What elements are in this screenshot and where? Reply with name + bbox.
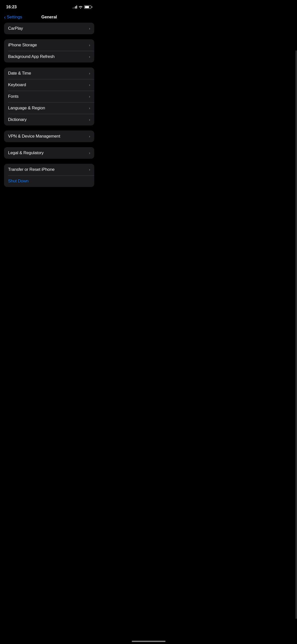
language-region-chevron-icon: › xyxy=(89,106,90,110)
keyboard-chevron-icon: › xyxy=(89,83,90,87)
signal-bar-3 xyxy=(75,6,76,9)
fonts-item[interactable]: Fonts › xyxy=(4,91,94,102)
battery-tip xyxy=(92,6,92,8)
battery-percentage: 72 xyxy=(85,6,91,8)
keyboard-item[interactable]: Keyboard › xyxy=(4,79,94,91)
legal-group: Legal & Regulatory › xyxy=(4,147,94,159)
transfer-reset-chevron-icon: › xyxy=(89,168,90,172)
background-app-refresh-chevron-icon: › xyxy=(89,55,90,59)
vpn-group: VPN & Device Management › xyxy=(4,131,94,142)
reset-group: Transfer or Reset iPhone › Shut Down xyxy=(4,164,94,187)
fonts-chevron-icon: › xyxy=(89,94,90,99)
settings-content: CarPlay › iPhone Storage › Background Ap… xyxy=(0,23,98,202)
signal-icon xyxy=(73,6,77,9)
carplay-item[interactable]: CarPlay › xyxy=(4,23,94,34)
legal-regulatory-chevron-icon: › xyxy=(89,151,90,155)
keyboard-label: Keyboard xyxy=(8,82,26,87)
vpn-device-management-item[interactable]: VPN & Device Management › xyxy=(4,131,94,142)
carplay-chevron-icon: › xyxy=(89,26,90,30)
dictionary-label: Dictionary xyxy=(8,117,27,122)
signal-bar-1 xyxy=(73,8,73,9)
battery-body: 72 xyxy=(84,5,91,9)
language-region-label: Language & Region xyxy=(8,106,45,111)
legal-regulatory-label: Legal & Regulatory xyxy=(8,150,44,155)
status-time: 16:23 xyxy=(6,5,17,10)
iphone-storage-item[interactable]: iPhone Storage › xyxy=(4,39,94,51)
back-label: Settings xyxy=(7,15,22,20)
battery-icon: 72 xyxy=(84,5,92,9)
back-button[interactable]: ‹ Settings xyxy=(4,15,22,20)
background-app-refresh-item[interactable]: Background App Refresh › xyxy=(4,51,94,62)
shut-down-label: Shut Down xyxy=(8,179,28,184)
dictionary-chevron-icon: › xyxy=(89,118,90,122)
back-chevron-icon: ‹ xyxy=(4,15,6,20)
signal-bar-2 xyxy=(74,7,75,9)
date-time-label: Date & Time xyxy=(8,71,31,76)
transfer-reset-label: Transfer or Reset iPhone xyxy=(8,167,55,172)
vpn-device-management-chevron-icon: › xyxy=(89,134,90,138)
status-icons: 72 xyxy=(73,5,92,9)
wifi-icon xyxy=(79,6,83,9)
legal-regulatory-item[interactable]: Legal & Regulatory › xyxy=(4,147,94,159)
background-app-refresh-label: Background App Refresh xyxy=(8,54,55,59)
dictionary-item[interactable]: Dictionary › xyxy=(4,114,94,125)
date-time-item[interactable]: Date & Time › xyxy=(4,68,94,79)
storage-group: iPhone Storage › Background App Refresh … xyxy=(4,39,94,62)
status-bar: 16:23 72 xyxy=(0,0,98,13)
locale-group: Date & Time › Keyboard › Fonts › Languag… xyxy=(4,68,94,125)
carplay-group: CarPlay › xyxy=(4,23,94,34)
signal-bar-4 xyxy=(76,6,77,9)
vpn-device-management-label: VPN & Device Management xyxy=(8,134,60,139)
transfer-reset-item[interactable]: Transfer or Reset iPhone › xyxy=(4,164,94,175)
iphone-storage-label: iPhone Storage xyxy=(8,43,37,48)
carplay-label: CarPlay xyxy=(8,26,23,31)
language-region-item[interactable]: Language & Region › xyxy=(4,102,94,114)
nav-header: ‹ Settings General xyxy=(0,13,98,23)
page-title: General xyxy=(41,15,57,20)
date-time-chevron-icon: › xyxy=(89,71,90,75)
shut-down-item[interactable]: Shut Down xyxy=(4,175,94,187)
fonts-label: Fonts xyxy=(8,94,19,99)
iphone-storage-chevron-icon: › xyxy=(89,43,90,47)
